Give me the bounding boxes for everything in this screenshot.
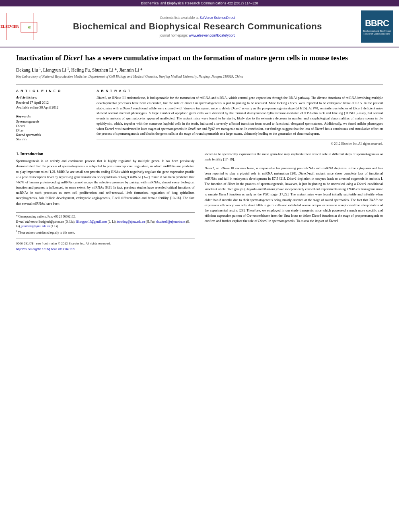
- doi-link[interactable]: http://dx.doi.org/10.1016/j.bbrc.2012.04…: [16, 247, 74, 251]
- issn-text: 0006-291X/$ - see front matter © 2012 El…: [16, 242, 111, 245]
- elsevier-logo: ELSEVIER 🌿: [6, 13, 34, 40]
- homepage-url[interactable]: www.elsevier.com/locate/ybbrc: [189, 33, 236, 37]
- intro-paragraph-2: shown to be specifically expressed in th…: [205, 152, 383, 162]
- intro-paragraph-1: Spermatogenesis is an orderly and contin…: [16, 158, 195, 206]
- keyword-spermatogenesis: Spermatogenesis: [16, 119, 88, 123]
- article-title: Inactivation of Dicer1 has a severe cumu…: [16, 53, 383, 63]
- journal-title-area: Contents lists available at SciVerse Sci…: [38, 16, 357, 37]
- keyword-round-spermatids: Round spermatids: [16, 133, 88, 137]
- keyword-dicer1-italic: Dicer1: [16, 124, 88, 128]
- journal-banner: Biochemical and Biophysical Research Com…: [0, 0, 399, 6]
- abstract-column: A B S T R A C T Dicer1, an RNase III end…: [97, 89, 383, 146]
- keyword-sterility: Sterility: [16, 137, 88, 141]
- journal-header: ELSEVIER 🌿 Contents lists available at S…: [0, 6, 399, 47]
- doi-bar: http://dx.doi.org/10.1016/j.bbrc.2012.04…: [16, 247, 195, 251]
- received-date: Received 17 April 2012: [16, 101, 88, 105]
- article-info-heading: A R T I C L E I N F O: [16, 89, 88, 93]
- bbrc-logo: BBRC Biochemical and Biophysical Researc…: [361, 10, 393, 43]
- main-content: Inactivation of Dicer1 has a severe cumu…: [0, 47, 399, 257]
- article-history-label: Article history:: [16, 95, 88, 99]
- abstract-text: Dicer1, an RNase III endonuclease, is in…: [97, 95, 383, 136]
- intro-section-title: 1. Introduction: [16, 152, 195, 156]
- keywords-label: Keywords:: [16, 114, 88, 118]
- bottom-divider: [16, 238, 195, 238]
- bbrc-letters: BBRC: [365, 18, 389, 29]
- sciverse-link[interactable]: SciVerse ScienceDirect: [200, 16, 235, 20]
- available-date: Available online 30 April 2012: [16, 105, 88, 109]
- body-two-columns: 1. Introduction Spermatogenesis is an or…: [16, 152, 383, 251]
- body-right-column: shown to be specifically expressed in th…: [205, 152, 383, 251]
- journal-homepage: journal homepage: www.elsevier.com/locat…: [38, 33, 357, 37]
- intro-paragraph-3: Dicer1, an RNase III endonuclease, is re…: [205, 166, 383, 224]
- keyword-dicer-italic: Dicer: [16, 128, 88, 132]
- body-left-column: 1. Introduction Spermatogenesis is an or…: [16, 152, 195, 251]
- elsevier-logo-box: ELSEVIER 🌿: [6, 13, 33, 40]
- journal-title: Biochemical and Biophysical Research Com…: [38, 21, 357, 32]
- equal-contrib-footnote: 1 These authors contributed equally to t…: [16, 230, 195, 235]
- bbrc-logo-box: BBRC Biochemical and Biophysical Researc…: [361, 10, 393, 43]
- affiliation: Key Laboratory of National Reproductive …: [16, 74, 383, 78]
- copyright-line: © 2012 Elsevier Inc. All rights reserved…: [97, 140, 383, 146]
- bottom-bar: 0006-291X/$ - see front matter © 2012 El…: [16, 242, 195, 245]
- banner-text: Biochemical and Biophysical Research Com…: [141, 1, 258, 5]
- bbrc-subtitle: Biochemical and Biophysical Research Com…: [361, 30, 393, 35]
- footnote-area: * Corresponding authors. Fax: +86 25 868…: [16, 212, 195, 235]
- sciverse-line: Contents lists available at SciVerse Sci…: [38, 16, 357, 20]
- corresponding-footnote: * Corresponding authors. Fax: +86 25 868…: [16, 215, 195, 219]
- svg-text:🌿: 🌿: [27, 26, 31, 29]
- email-footnote: E-mail addresses: liunightei@yahoo.cn (D…: [16, 220, 195, 228]
- abstract-heading: A B S T R A C T: [97, 89, 383, 93]
- article-info-abstract-section: A R T I C L E I N F O Article history: R…: [16, 84, 383, 146]
- article-info-column: A R T I C L E I N F O Article history: R…: [16, 89, 88, 146]
- keywords-section: Keywords: Spermatogenesis Dicer1 Dicer R…: [16, 114, 88, 141]
- authors-line: Dekang Liu 1, Liangyun Li 1, Heling Fu, …: [16, 67, 383, 72]
- body-section: 1. Introduction Spermatogenesis is an or…: [16, 152, 383, 251]
